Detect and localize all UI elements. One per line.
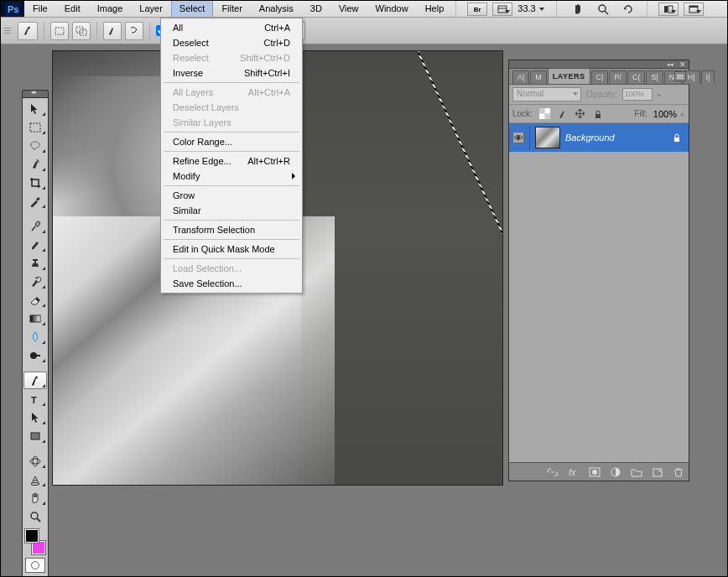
shape-tool[interactable] [23,427,47,444]
visibility-toggle[interactable] [512,132,524,143]
layer-name[interactable]: Background [565,133,667,143]
collapse-icon[interactable]: ◂◂ [667,61,673,68]
menu-item-all[interactable]: AllCtrl+A [163,20,300,35]
zoom-icon[interactable] [593,3,613,16]
3d-rotate-tool[interactable] [23,452,47,470]
panel-tab-3[interactable]: C| [591,70,609,84]
pen-paths-icon[interactable] [103,22,122,40]
brush-tool[interactable] [23,236,47,253]
layer-row[interactable]: Background [509,123,689,152]
quick-selection-tool[interactable] [23,155,47,173]
foreground-color-swatch[interactable] [25,529,39,543]
menu-select[interactable]: Select [171,1,214,17]
bridge-icon[interactable]: Br [467,3,487,16]
eraser-tool[interactable] [23,291,47,309]
link-layers-icon[interactable] [546,466,559,478]
new-layer-icon[interactable] [651,466,664,478]
menu-item-color-range[interactable]: Color Range... [163,134,300,149]
zoom-level[interactable]: 33.3 [517,1,538,17]
freeform-pen-icon[interactable] [125,22,143,40]
menu-layer[interactable]: Layer [131,1,171,17]
panel-tab-4[interactable]: P/ [609,70,627,84]
svg-point-49 [592,470,597,475]
layer-mask-icon[interactable] [588,466,601,478]
history-brush-tool[interactable] [23,273,47,290]
type-tool[interactable]: T [23,390,47,408]
eyedropper-tool[interactable] [23,192,47,210]
delete-layer-icon[interactable] [672,466,685,478]
fill-input[interactable]: 100% [653,109,677,119]
fill-flyout-icon[interactable]: ▸ [681,110,685,118]
panel-tab-2[interactable]: LAYERS [548,68,590,84]
view-extras-icon[interactable] [492,3,512,16]
hand-icon[interactable] [568,3,588,16]
gradient-tool[interactable] [23,309,47,327]
panel-tab-1[interactable]: M [530,70,547,84]
move-tool[interactable] [23,100,47,117]
menu-item-similar[interactable]: Similar [163,203,300,218]
background-color-swatch[interactable] [32,541,45,554]
menu-item-edit-in-quick-mask-mode[interactable]: Edit in Quick Mask Mode [163,242,300,257]
tool-preset-icon[interactable] [18,22,38,40]
menu-image[interactable]: Image [89,1,132,17]
adjustment-layer-icon[interactable] [609,466,622,478]
menu-file[interactable]: File [24,1,56,17]
blur-tool[interactable] [23,328,47,346]
panel-tab-5[interactable]: C( [627,70,646,84]
panel-tab-6[interactable]: S| [646,70,663,84]
layer-thumbnail[interactable] [535,127,560,148]
menu-item-deselect[interactable]: DeselectCtrl+D [163,35,300,50]
menu-edit[interactable]: Edit [56,1,89,17]
panel-tab-9[interactable]: I| [701,70,715,84]
lock-transparency-icon[interactable] [538,107,552,121]
layer-group-icon[interactable] [630,466,643,478]
menu-item-grow[interactable]: Grow [163,188,300,203]
close-icon[interactable]: ✕ [679,60,686,69]
lock-all-icon[interactable] [591,107,605,121]
opacity-input[interactable]: 100% [622,88,653,101]
zoom-dropdown-icon[interactable] [539,8,544,11]
crop-tool[interactable] [23,174,47,191]
svg-point-45 [517,136,520,139]
svg-text:T: T [31,395,37,405]
color-swatches[interactable] [23,529,47,554]
pen-tool[interactable] [23,372,47,389]
rotate-view-icon[interactable] [618,3,638,16]
menu-filter[interactable]: Filter [213,1,250,17]
screen-mode-icon[interactable] [684,3,704,16]
blend-mode-select[interactable]: Normal [512,87,581,101]
menu-item-refine-edge[interactable]: Refine Edge...Alt+Ctrl+R [163,153,300,169]
layer-style-icon[interactable]: fx [567,466,580,478]
quick-mask-toggle[interactable] [25,558,45,573]
lock-pixels-icon[interactable] [556,107,569,121]
lasso-tool[interactable] [23,137,47,154]
layer-list[interactable]: Background [509,123,689,462]
healing-brush-tool[interactable] [23,217,47,235]
menu-item-inverse[interactable]: InverseShift+Ctrl+I [163,65,300,81]
menu-item-modify[interactable]: Modify [163,169,300,184]
hand-tool[interactable] [23,489,47,507]
opacity-flyout-icon[interactable]: ▸ [658,91,662,99]
arrange-documents-icon[interactable] [658,3,679,16]
menu-item-save-selection[interactable]: Save Selection... [163,276,300,291]
panel-menu-icon[interactable] [674,71,686,81]
svg-point-32 [35,376,38,378]
lock-position-icon[interactable] [574,107,587,121]
new-selection-icon[interactable] [50,22,69,40]
menu-item-transform-selection[interactable]: Transform Selection [163,222,300,237]
menu-analysis[interactable]: Analysis [251,1,302,17]
menu-help[interactable]: Help [417,1,453,17]
menu-window[interactable]: Window [367,1,417,17]
marquee-tool[interactable] [23,118,47,136]
menu-3d[interactable]: 3D [302,1,330,17]
add-selection-icon[interactable] [72,22,91,40]
3d-orbit-tool[interactable] [23,470,47,488]
menu-view[interactable]: View [330,1,367,17]
dodge-tool[interactable] [23,346,47,364]
clone-stamp-tool[interactable] [23,254,47,272]
panel-title-bar[interactable]: ◂◂ ✕ [509,60,689,69]
panel-tab-0[interactable]: A| [512,70,529,84]
path-selection-tool[interactable] [23,408,47,426]
toolbox-collapse-tab[interactable] [22,90,49,97]
zoom-tool[interactable] [23,507,47,525]
